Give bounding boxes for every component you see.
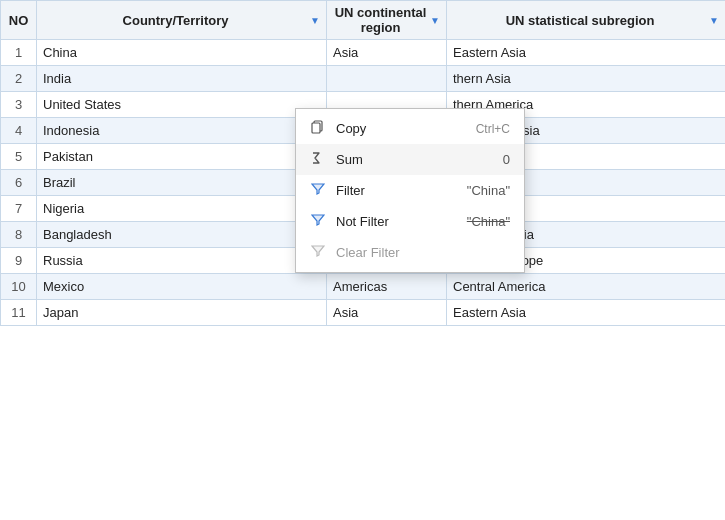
cell-country: India [37, 66, 327, 92]
country-filter-icon[interactable]: ▼ [310, 15, 320, 26]
table-row: 1ChinaAsiaEastern Asia [1, 40, 726, 66]
menu-item-filter[interactable]: Filter "China" [296, 175, 524, 206]
cell-country: Japan [37, 300, 327, 326]
cell-country: Brazil [37, 170, 327, 196]
cell-no: 2 [1, 66, 37, 92]
filter-icon [310, 182, 326, 199]
sum-label: Sum [336, 152, 489, 167]
cell-country: United States [37, 92, 327, 118]
menu-item-notfilter[interactable]: Not Filter "China" [296, 206, 524, 237]
filter-value: "China" [467, 183, 510, 198]
cell-country: Mexico [37, 274, 327, 300]
cell-country: China [37, 40, 327, 66]
cell-no: 11 [1, 300, 37, 326]
copy-icon [310, 120, 326, 137]
context-menu: Copy Ctrl+C Sum 0 Filter "China" [295, 108, 525, 273]
table-row: 2Indiathern Asia [1, 66, 726, 92]
svg-rect-1 [312, 123, 320, 133]
sum-icon [310, 151, 326, 168]
cell-subregion: Central America [447, 274, 726, 300]
cell-continental: Americas [327, 274, 447, 300]
cell-country: Nigeria [37, 196, 327, 222]
cell-subregion: Eastern Asia [447, 40, 726, 66]
continental-filter-icon[interactable]: ▼ [430, 15, 440, 26]
cell-continental: Asia [327, 300, 447, 326]
cell-country: Russia [37, 248, 327, 274]
copy-label: Copy [336, 121, 466, 136]
cell-continental: Asia [327, 40, 447, 66]
menu-item-sum[interactable]: Sum 0 [296, 144, 524, 175]
col-header-continental[interactable]: UN continental region ▼ [327, 1, 447, 40]
cell-no: 9 [1, 248, 37, 274]
clearfilter-label: Clear Filter [336, 245, 510, 260]
cell-continental [327, 66, 447, 92]
clearfilter-icon [310, 244, 326, 261]
table-container: NO Country/Territory ▼ UN continental re… [0, 0, 725, 520]
menu-item-copy[interactable]: Copy Ctrl+C [296, 113, 524, 144]
cell-country: Bangladesh [37, 222, 327, 248]
col-header-no: NO [1, 1, 37, 40]
cell-no: 3 [1, 92, 37, 118]
cell-country: Indonesia [37, 118, 327, 144]
cell-no: 7 [1, 196, 37, 222]
copy-shortcut: Ctrl+C [476, 122, 510, 136]
notfilter-label: Not Filter [336, 214, 453, 229]
subregion-filter-icon[interactable]: ▼ [709, 15, 719, 26]
cell-country: Pakistan [37, 144, 327, 170]
cell-no: 1 [1, 40, 37, 66]
col-header-subregion[interactable]: UN statistical subregion ▼ [447, 1, 726, 40]
col-header-country[interactable]: Country/Territory ▼ [37, 1, 327, 40]
cell-no: 10 [1, 274, 37, 300]
filter-label: Filter [336, 183, 453, 198]
cell-subregion: thern Asia [447, 66, 726, 92]
menu-item-clearfilter[interactable]: Clear Filter [296, 237, 524, 268]
cell-no: 5 [1, 144, 37, 170]
cell-no: 6 [1, 170, 37, 196]
table-row: 10MexicoAmericasCentral America [1, 274, 726, 300]
cell-no: 8 [1, 222, 37, 248]
cell-subregion: Eastern Asia [447, 300, 726, 326]
cell-no: 4 [1, 118, 37, 144]
notfilter-icon [310, 213, 326, 230]
table-row: 11JapanAsiaEastern Asia [1, 300, 726, 326]
sum-value: 0 [503, 152, 510, 167]
notfilter-value: "China" [467, 214, 510, 229]
